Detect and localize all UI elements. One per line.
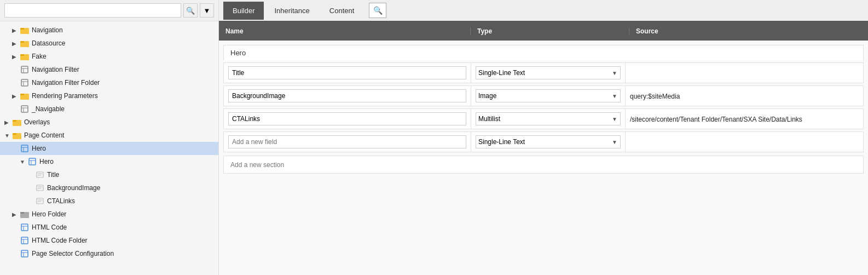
tree-icon-rendering-params [20, 91, 30, 101]
svg-rect-18 [13, 120, 16, 122]
svg-rect-21 [21, 145, 28, 152]
tree-icon-navigation [20, 25, 30, 35]
content-header: Name Type Source [219, 22, 868, 41]
tree-icon-hero-folder [20, 209, 30, 219]
svg-rect-1 [20, 28, 24, 30]
tab-inheritance[interactable]: Inheritance [265, 2, 319, 20]
tree-label-cta-links: CTALinks [47, 197, 75, 205]
tree-item-title[interactable]: Title [0, 168, 218, 181]
field-row-background-image: Single-Line TextMulti-Line TextImageMult… [223, 85, 864, 106]
tree-icon-nav-filter [20, 65, 30, 75]
tree-item-rendering-params[interactable]: ▶Rendering Parameters [0, 89, 218, 102]
tab-builder[interactable]: Builder [223, 2, 264, 20]
tree-item-overlays[interactable]: ▶Overlays [0, 116, 218, 129]
tree-label-page-selector: Page Selector Configuration [32, 250, 114, 257]
left-panel: 🔍 ▼ ▶Navigation▶Datasource▶FakeNavigatio… [0, 0, 219, 275]
col-source-header: Source [629, 27, 868, 35]
svg-rect-30 [37, 185, 43, 191]
tree-icon-cta-links [35, 196, 45, 206]
field-name-cell-new-field [224, 132, 471, 152]
field-name-input-title[interactable] [228, 66, 466, 79]
tree-item-html-code[interactable]: HTML Code [0, 221, 218, 234]
tree-item-page-content[interactable]: ▼Page Content [0, 129, 218, 142]
tree-item-fake[interactable]: ▶Fake [0, 50, 218, 63]
add-section-row [223, 156, 864, 174]
field-type-cell-background-image: Single-Line TextMulti-Line TextImageMult… [471, 86, 626, 106]
tree-label-fake: Fake [32, 53, 47, 60]
field-name-input-cta-links[interactable] [228, 112, 466, 125]
tree-label-overlays: Overlays [24, 118, 50, 126]
tree-icon-page-selector [20, 249, 30, 259]
svg-rect-20 [13, 133, 16, 135]
tree-icon-overlays [12, 117, 22, 127]
tree-icon-page-content [12, 130, 22, 140]
svg-rect-5 [20, 54, 24, 56]
tree-label-page-content: Page Content [24, 131, 64, 139]
tree-item-navigation[interactable]: ▶Navigation [0, 24, 218, 37]
tree-item-hero-selected[interactable]: Hero [0, 142, 218, 155]
tree-item-html-code-folder[interactable]: HTML Code Folder [0, 234, 218, 247]
tree-arrow-navigation: ▶ [12, 27, 20, 33]
tree-item-hero-folder[interactable]: ▶Hero Folder [0, 208, 218, 221]
tree-label-navigable: _Navigable [32, 105, 65, 113]
tree-item-datasource[interactable]: ▶Datasource [0, 37, 218, 50]
tree-arrow-datasource: ▶ [12, 41, 20, 47]
tree-arrow-hero-folder: ▶ [12, 211, 20, 217]
field-type-select-cta-links[interactable]: Single-Line TextMulti-Line TextImageMult… [476, 112, 621, 125]
search-button[interactable]: 🔍 [183, 3, 198, 18]
tree-icon-nav-filter-folder [20, 78, 30, 88]
section-header: Hero [223, 45, 864, 60]
svg-rect-24 [29, 158, 36, 165]
svg-rect-44 [21, 250, 28, 257]
field-type-select-background-image[interactable]: Single-Line TextMulti-Line TextImageMult… [476, 89, 621, 102]
tree-arrow-page-content: ▼ [4, 133, 12, 139]
tree-item-hero-child[interactable]: ▼Hero [0, 155, 218, 168]
tree-icon-background-image [35, 183, 45, 193]
field-type-select-title[interactable]: Single-Line TextMulti-Line TextImageMult… [476, 66, 621, 79]
svg-rect-3 [20, 41, 24, 43]
search-input[interactable] [4, 3, 181, 18]
field-source-cell-new-field [626, 135, 863, 150]
tab-content[interactable]: Content [320, 2, 364, 20]
tree-icon-datasource [20, 38, 30, 48]
svg-rect-41 [21, 237, 28, 244]
tab-search-button[interactable]: 🔍 [369, 3, 386, 18]
field-name-input-background-image[interactable] [228, 89, 466, 102]
field-source-input-cta-links[interactable] [630, 116, 859, 123]
content-body: Hero Single-Line TextMulti-Line TextImag… [219, 41, 868, 275]
tab-bar: BuilderInheritanceContent🔍 [219, 0, 868, 22]
field-source-input-background-image[interactable] [630, 93, 859, 100]
tree-label-nav-filter: Navigation Filter [32, 66, 79, 73]
tree-arrow-hero-child: ▼ [20, 159, 27, 165]
tree-item-page-selector[interactable]: Page Selector Configuration [0, 247, 218, 260]
tree-icon-html-code-folder [20, 236, 30, 245]
tree-icon-title [35, 170, 45, 180]
field-source-input-title[interactable] [630, 70, 859, 77]
filter-button[interactable]: ▼ [200, 3, 214, 18]
tree-icon-html-code [20, 222, 30, 232]
tree-item-cta-links[interactable]: CTALinks [0, 194, 218, 208]
svg-rect-38 [21, 224, 28, 231]
add-section-input[interactable] [230, 161, 857, 169]
tree-item-background-image[interactable]: BackgroundImage [0, 181, 218, 194]
tree-item-nav-filter[interactable]: Navigation Filter [0, 63, 218, 76]
tree-item-navigable[interactable]: _Navigable [0, 102, 218, 116]
tree-icon-navigable [20, 104, 30, 114]
field-source-cell-cta-links [626, 112, 863, 127]
tree-item-nav-filter-folder[interactable]: Navigation Filter Folder [0, 76, 218, 89]
field-source-input-new-field[interactable] [630, 139, 859, 146]
field-row-new-field: Single-Line TextMulti-Line TextImageMult… [223, 131, 864, 152]
svg-rect-27 [37, 172, 43, 177]
svg-rect-37 [20, 212, 24, 214]
field-type-select-new-field[interactable]: Single-Line TextMulti-Line TextImageMult… [476, 135, 621, 148]
field-source-cell-background-image [626, 89, 863, 104]
tree-icon-fake [20, 51, 30, 61]
tree-icon-hero-selected [20, 144, 30, 153]
tree-label-background-image: BackgroundImage [47, 184, 100, 192]
tree-arrow-rendering-params: ▶ [12, 93, 20, 99]
field-name-cell-cta-links [224, 109, 471, 129]
field-type-cell-title: Single-Line TextMulti-Line TextImageMult… [471, 63, 626, 83]
tree-arrow-overlays: ▶ [4, 119, 12, 125]
field-name-input-new-field[interactable] [228, 135, 466, 148]
field-row-title: Single-Line TextMulti-Line TextImageMult… [223, 62, 864, 83]
